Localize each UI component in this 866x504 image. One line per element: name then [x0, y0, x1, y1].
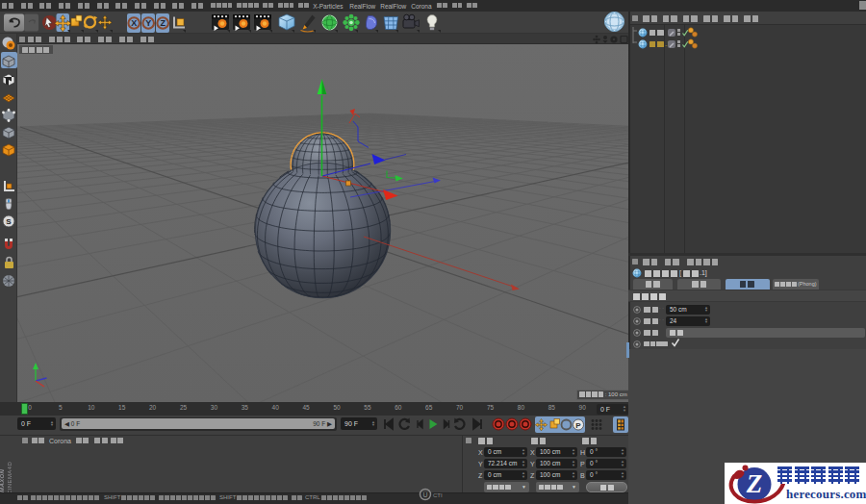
svg-text:Z: Z	[746, 469, 763, 498]
svg-text:S: S	[6, 217, 12, 226]
svg-text:X: X	[131, 18, 137, 28]
svg-text:Z: Z	[160, 18, 166, 28]
svg-text:CTI: CTI	[433, 492, 443, 498]
svg-text:P: P	[575, 420, 581, 429]
svg-text:U: U	[422, 491, 427, 498]
svg-text:Y: Y	[145, 18, 151, 28]
